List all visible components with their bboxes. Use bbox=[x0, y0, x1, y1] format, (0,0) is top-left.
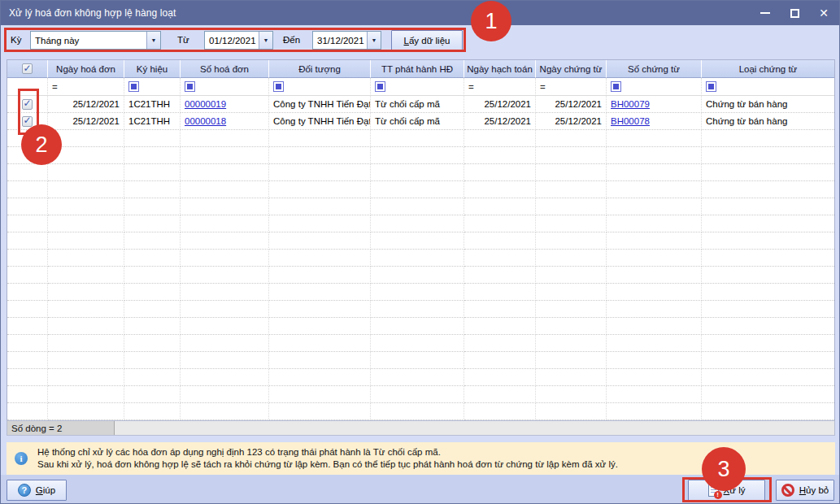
from-date-input[interactable]: 01/12/2021 ▼ bbox=[204, 31, 273, 50]
empty-cell bbox=[536, 284, 607, 301]
maximize-button[interactable] bbox=[789, 7, 800, 19]
empty-cell bbox=[464, 215, 536, 232]
empty-cell bbox=[124, 198, 181, 215]
empty-cell bbox=[124, 318, 181, 335]
empty-cell bbox=[269, 147, 371, 164]
choice-filter-icon bbox=[128, 81, 139, 92]
empty-cell bbox=[702, 352, 834, 369]
filter-cell-invoice_no[interactable] bbox=[181, 78, 269, 96]
cell-invoice_no: 00000019 bbox=[181, 96, 269, 113]
filter-cell-invoice_date[interactable]: = bbox=[48, 78, 124, 96]
filter-cell-doc_no[interactable] bbox=[607, 78, 702, 96]
empty-cell bbox=[269, 318, 371, 335]
cell-posting_date: 25/12/2021 bbox=[464, 113, 536, 130]
empty-cell bbox=[702, 164, 834, 181]
select-all-checkbox[interactable] bbox=[22, 63, 33, 74]
empty-cell bbox=[371, 267, 464, 284]
empty-cell bbox=[464, 352, 536, 369]
empty-cell bbox=[181, 352, 269, 369]
empty-cell bbox=[7, 403, 48, 420]
empty-cell bbox=[124, 335, 181, 352]
row-checkbox[interactable] bbox=[22, 116, 33, 127]
empty-row bbox=[7, 164, 834, 181]
empty-cell bbox=[124, 352, 181, 369]
empty-cell bbox=[464, 250, 536, 267]
column-header-doc_type[interactable]: Loại chứng từ bbox=[702, 60, 834, 78]
empty-cell bbox=[7, 232, 48, 250]
filter-cell-posting_date[interactable]: = bbox=[464, 78, 536, 96]
column-header-select-all[interactable] bbox=[7, 60, 48, 78]
cell-doc_type: Chứng từ bán hàng bbox=[702, 113, 834, 130]
load-data-button[interactable]: Lấy dữ liệu bbox=[391, 30, 463, 50]
to-date-input[interactable]: 31/12/2021 ▼ bbox=[312, 31, 381, 50]
empty-cell bbox=[607, 198, 702, 215]
empty-cell bbox=[371, 181, 464, 198]
empty-cell bbox=[702, 250, 834, 267]
empty-cell bbox=[607, 352, 702, 369]
column-header-partner[interactable]: Đối tượng bbox=[269, 60, 371, 78]
column-header-doc_date[interactable]: Ngày chứng từ bbox=[536, 60, 607, 78]
filter-cell-issue_status[interactable] bbox=[371, 78, 464, 96]
empty-cell bbox=[371, 198, 464, 215]
invoice_no-link[interactable]: 00000019 bbox=[185, 99, 226, 109]
cell-issue_status: Từ chối cấp mã bbox=[371, 96, 464, 113]
filter-cell-partner[interactable] bbox=[269, 78, 371, 96]
empty-cell bbox=[181, 215, 269, 232]
column-header-doc_no[interactable]: Số chứng từ bbox=[607, 60, 702, 78]
info-icon: i bbox=[15, 452, 28, 465]
empty-cell bbox=[181, 267, 269, 284]
column-header-invoice_no[interactable]: Số hoá đơn bbox=[181, 60, 269, 78]
empty-cell bbox=[607, 215, 702, 232]
empty-cell bbox=[702, 198, 834, 215]
empty-cell bbox=[702, 335, 834, 352]
empty-cell bbox=[464, 284, 536, 301]
help-button[interactable]: ? Giúp bbox=[7, 480, 67, 501]
empty-cell bbox=[181, 130, 269, 147]
empty-cell bbox=[7, 181, 48, 198]
empty-cell bbox=[181, 335, 269, 352]
empty-cell bbox=[536, 352, 607, 369]
empty-cell bbox=[464, 403, 536, 420]
empty-cell bbox=[7, 250, 48, 267]
table-row[interactable]: 25/12/20211C21THH00000018Công ty TNHH Ti… bbox=[7, 113, 834, 130]
column-header-issue_status[interactable]: TT phát hành HĐ bbox=[371, 60, 464, 78]
cell-partner: Công ty TNHH Tiến Đạt bbox=[269, 113, 371, 130]
empty-cell bbox=[181, 164, 269, 181]
empty-row bbox=[7, 284, 834, 301]
empty-cell bbox=[371, 335, 464, 352]
filter-cell-series[interactable] bbox=[124, 78, 181, 96]
empty-cell bbox=[124, 369, 181, 386]
empty-row bbox=[7, 301, 834, 318]
doc_no-link[interactable]: BH00079 bbox=[611, 99, 650, 109]
column-header-series[interactable]: Ký hiệu bbox=[124, 60, 181, 78]
period-label: Kỳ bbox=[11, 35, 21, 45]
empty-cell bbox=[702, 147, 834, 164]
empty-cell bbox=[269, 232, 371, 250]
empty-cell bbox=[48, 386, 124, 403]
filter-cell-doc_date[interactable]: = bbox=[536, 78, 607, 96]
invoice_no-link[interactable]: 00000018 bbox=[185, 116, 226, 126]
close-button[interactable]: ✕ bbox=[818, 7, 829, 19]
empty-cell bbox=[124, 164, 181, 181]
empty-cell bbox=[269, 164, 371, 181]
filter-cell-doc_type[interactable] bbox=[702, 78, 834, 96]
minimize-button[interactable] bbox=[759, 7, 771, 19]
cancel-button[interactable]: Hủy bỏ bbox=[776, 480, 834, 501]
empty-cell bbox=[536, 250, 607, 267]
empty-cell bbox=[48, 232, 124, 250]
column-header-posting_date[interactable]: Ngày hạch toán bbox=[464, 60, 536, 78]
grid-header-row: Ngày hoá đơnKý hiệuSố hoá đơnĐối tượngTT… bbox=[7, 60, 834, 78]
filter-bar: Kỳ Tháng này ▼ Từ 01/12/2021 ▼ Đến 31/12… bbox=[1, 25, 839, 56]
help-label: Giúp bbox=[36, 485, 55, 495]
empty-cell bbox=[7, 284, 48, 301]
period-select[interactable]: Tháng này ▼ bbox=[30, 31, 161, 50]
doc_no-link[interactable]: BH00078 bbox=[611, 116, 650, 126]
row-checkbox[interactable] bbox=[22, 99, 33, 110]
column-header-invoice_date[interactable]: Ngày hoá đơn bbox=[48, 60, 124, 78]
empty-cell bbox=[702, 130, 834, 147]
empty-cell bbox=[181, 147, 269, 164]
empty-cell bbox=[607, 267, 702, 284]
cell-doc_date: 25/12/2021 bbox=[536, 113, 607, 130]
equals-filter-icon: = bbox=[468, 82, 474, 92]
table-row[interactable]: 25/12/20211C21THH00000019Công ty TNHH Ti… bbox=[7, 96, 834, 113]
